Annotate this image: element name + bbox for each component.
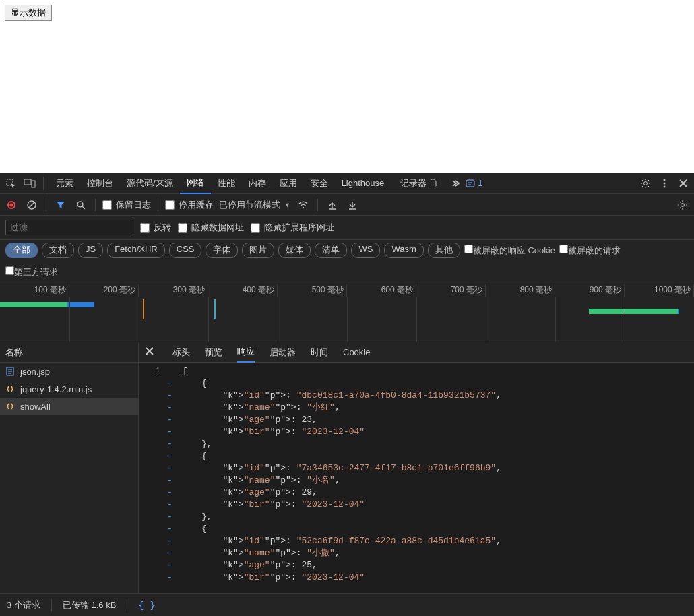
tab-性能[interactable]: 性能: [211, 173, 242, 194]
request-list: 名称 json.jspjquery-1.4.2.min.jsshowAll: [0, 342, 139, 593]
filter-icon[interactable]: [53, 197, 68, 212]
settings-icon[interactable]: [637, 175, 654, 191]
detail-tab-响应[interactable]: 响应: [237, 342, 255, 363]
svg-rect-1: [24, 179, 31, 185]
device-toggle-icon[interactable]: [22, 175, 38, 191]
type-chip-媒体[interactable]: 媒体: [278, 243, 311, 258]
detail-tab-启动器[interactable]: 启动器: [270, 342, 296, 363]
issues-badge[interactable]: 1: [466, 178, 482, 188]
devtools-panel: 元素控制台源代码/来源网络性能内存应用安全Lighthouse 记录器 1: [0, 173, 694, 616]
network-toolbar: 保留日志 停用缓存 已停用节流模式▼: [0, 194, 694, 216]
network-conditions-icon[interactable]: [296, 197, 311, 212]
timeline[interactable]: 100 毫秒200 毫秒300 毫秒400 毫秒500 毫秒600 毫秒700 …: [0, 284, 694, 342]
response-editor[interactable]: 1----------------- [ { "k">"id""p">: "db…: [139, 363, 694, 593]
detail-tab-Cookie[interactable]: Cookie: [343, 342, 370, 363]
svg-line-17: [29, 202, 34, 208]
status-requests: 3 个请求: [7, 599, 40, 611]
svg-rect-5: [466, 180, 474, 187]
detail-tabs: 标头预览响应启动器时间Cookie: [139, 342, 694, 363]
tab-网络[interactable]: 网络: [180, 173, 211, 194]
export-har-icon[interactable]: [345, 197, 360, 212]
devtools-tabstrip: 元素控制台源代码/来源网络性能内存应用安全Lighthouse 记录器 1: [0, 173, 694, 194]
doc-icon: [5, 367, 15, 376]
close-devtools-icon[interactable]: [675, 175, 691, 191]
svg-rect-2: [32, 181, 35, 187]
detail-tab-时间[interactable]: 时间: [311, 342, 328, 363]
svg-point-18: [77, 202, 83, 207]
svg-point-8: [644, 181, 648, 185]
more-tabs-icon[interactable]: [447, 175, 463, 191]
show-data-button[interactable]: 显示数据: [5, 5, 52, 21]
filter-input[interactable]: [5, 220, 133, 235]
hide-data-urls-checkbox[interactable]: 隐藏数据网址: [178, 222, 244, 234]
request-row[interactable]: json.jsp: [0, 363, 138, 380]
network-settings-icon[interactable]: [675, 197, 690, 212]
disable-cache-checkbox[interactable]: 停用缓存: [165, 199, 214, 211]
type-chip-清单[interactable]: 清单: [315, 243, 347, 258]
tab-Lighthouse[interactable]: Lighthouse: [335, 173, 391, 194]
pretty-print-icon[interactable]: { }: [138, 600, 155, 611]
svg-point-23: [681, 203, 685, 206]
record-icon[interactable]: [4, 197, 19, 212]
close-detail-icon[interactable]: [146, 347, 160, 357]
svg-point-15: [10, 203, 13, 206]
svg-point-10: [664, 182, 666, 184]
status-transferred: 已传输 1.6 kB: [63, 599, 116, 611]
tab-recorder[interactable]: 记录器: [393, 173, 444, 194]
timeline-tick: 1000 毫秒: [0, 284, 694, 297]
svg-line-19: [82, 206, 85, 209]
request-name: showAll: [20, 402, 51, 412]
type-chip-图片[interactable]: 图片: [242, 243, 274, 258]
detail-tab-标头[interactable]: 标头: [172, 342, 190, 363]
tab-源代码/来源[interactable]: 源代码/来源: [120, 173, 180, 194]
blocked-requests-checkbox[interactable]: 被屏蔽的请求: [559, 245, 621, 257]
type-chip-WS[interactable]: WS: [351, 243, 380, 258]
import-har-icon[interactable]: [325, 197, 340, 212]
page-top: 显示数据: [0, 0, 694, 173]
type-chip-文档[interactable]: 文档: [42, 243, 74, 258]
type-chip-Wasm[interactable]: Wasm: [384, 243, 423, 258]
type-chip-Fetch/XHR[interactable]: Fetch/XHR: [107, 243, 165, 258]
tab-元素[interactable]: 元素: [49, 173, 80, 194]
detail-tab-预览[interactable]: 预览: [205, 342, 222, 363]
request-name: jquery-1.4.2.min.js: [20, 384, 92, 394]
type-chip-JS[interactable]: JS: [78, 243, 103, 258]
tab-应用[interactable]: 应用: [273, 173, 304, 194]
inspect-icon[interactable]: [3, 175, 19, 191]
filter-bar: 反转 隐藏数据网址 隐藏扩展程序网址: [0, 216, 694, 240]
svg-point-11: [664, 185, 666, 187]
kebab-icon[interactable]: [656, 175, 672, 191]
js-icon: [5, 384, 15, 394]
xhr-icon: [5, 402, 15, 411]
tab-安全[interactable]: 安全: [304, 173, 335, 194]
status-bar: 3 个请求 已传输 1.6 kB { }: [0, 593, 694, 616]
svg-rect-3: [431, 179, 435, 187]
preserve-log-checkbox[interactable]: 保留日志: [102, 199, 151, 211]
network-main: 名称 json.jspjquery-1.4.2.min.jsshowAll 标头…: [0, 342, 694, 593]
hide-ext-urls-checkbox[interactable]: 隐藏扩展程序网址: [251, 222, 334, 234]
search-icon[interactable]: [73, 197, 88, 212]
clear-icon[interactable]: [24, 197, 39, 212]
throttling-select[interactable]: 已停用节流模式▼: [219, 199, 290, 211]
type-chip-CSS[interactable]: CSS: [169, 243, 202, 258]
type-chip-全部[interactable]: 全部: [5, 243, 38, 258]
svg-point-9: [664, 179, 666, 181]
request-row[interactable]: jquery-1.4.2.min.js: [0, 380, 138, 398]
type-filter-row: 全部文档JSFetch/XHRCSS字体图片媒体清单WSWasm其他 被屏蔽的响…: [0, 240, 694, 284]
third-party-checkbox[interactable]: 第三方请求: [5, 266, 58, 278]
tab-内存[interactable]: 内存: [242, 173, 273, 194]
tab-控制台[interactable]: 控制台: [80, 173, 120, 194]
blocked-cookies-checkbox[interactable]: 被屏蔽的响应 Cookie: [464, 245, 555, 257]
svg-point-20: [303, 206, 304, 208]
invert-checkbox[interactable]: 反转: [140, 222, 171, 234]
request-list-header[interactable]: 名称: [0, 342, 138, 363]
request-detail: 标头预览响应启动器时间Cookie 1----------------- [ {…: [139, 342, 694, 593]
request-row[interactable]: showAll: [0, 398, 138, 415]
request-name: json.jsp: [20, 367, 50, 377]
type-chip-字体[interactable]: 字体: [206, 243, 238, 258]
type-chip-其他[interactable]: 其他: [428, 243, 460, 258]
